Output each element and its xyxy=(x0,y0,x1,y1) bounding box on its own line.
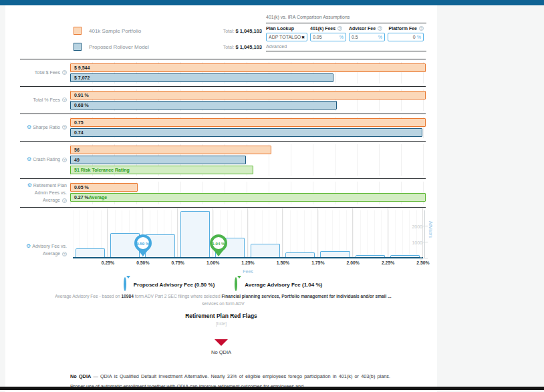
metric-label: ⚙Retirement Plan Admin Fees vs. Average? xyxy=(20,182,70,204)
metric-bar-blue: 0.68 % xyxy=(70,101,337,110)
assumptions-title: 401(k) vs. IRA Comparison Assumptions xyxy=(266,15,426,19)
gear-icon[interactable]: ⚙ xyxy=(26,243,31,249)
assumption-field-platform-fee: Platform Fee?0% xyxy=(388,26,424,41)
field-label-text: Plan Lookup xyxy=(266,26,294,31)
metric-bar-green: 51 Risk Tolerance Rating xyxy=(70,166,253,174)
metric-label: Total % Fees? xyxy=(20,97,70,104)
x-tick-label: 2.50% xyxy=(416,260,429,265)
x-tick-label: 1.25% xyxy=(241,260,254,265)
metric-bar-green: 0.27 % Average xyxy=(70,193,426,202)
red-flag-icon xyxy=(215,339,228,346)
histogram-bar xyxy=(285,252,315,257)
pin-circle: 1.04 % xyxy=(210,234,227,252)
legend-item: Proposed Rollover ModelTotal:$ 1,045,103 xyxy=(74,39,262,55)
percent-suffix: % xyxy=(339,35,344,39)
metric-bar-blue: 0.74 xyxy=(70,128,422,137)
bar-value: 0.75 xyxy=(74,120,84,125)
help-icon[interactable]: ? xyxy=(62,125,67,130)
metric-track: 0.91 %0.68 % xyxy=(70,89,426,111)
metric-label-text: Total $ Fees xyxy=(35,70,60,75)
bar-value: 0.05 % xyxy=(74,185,89,190)
field-label-text: Platform Fee xyxy=(389,26,417,31)
text-segment: No QDIA xyxy=(70,373,91,379)
comparison-assumptions: 401(k) vs. IRA Comparison Assumptions Pl… xyxy=(266,15,426,51)
401k-fees-input[interactable]: 0.05% xyxy=(310,33,346,41)
bar-value: 56 xyxy=(74,148,80,152)
chart-legend-label: Proposed Advisory Fee (0.50 %) xyxy=(134,282,215,288)
text-segment: Average Advisory Fee - based on xyxy=(55,294,121,299)
gear-icon[interactable]: ⚙ xyxy=(27,124,31,130)
portfolio-legend: 401k Sample PortfolioTotal:$ 1,045,103Pr… xyxy=(74,23,262,55)
y-axis-title: Advisors xyxy=(428,221,433,238)
histogram-bar xyxy=(251,244,280,257)
field-label-text: 401(k) Fees xyxy=(310,26,335,31)
bar-value: $ 7,072 xyxy=(74,75,90,80)
legend-swatch xyxy=(74,27,82,35)
help-icon[interactable]: ? xyxy=(378,26,382,31)
divider xyxy=(266,23,426,23)
plan-lookup-label: Plan Lookup xyxy=(266,26,307,31)
red-flag-label: No QDIA xyxy=(5,349,437,355)
advisory-fee-chart-section: ⚙Advisory Fee vs. Average? 0.50 %1.04 % … xyxy=(20,207,426,313)
y-tick-mark xyxy=(423,242,428,242)
histogram-bar xyxy=(356,255,385,257)
legend-total-value: $ 1,045,103 xyxy=(235,44,262,50)
help-icon[interactable]: ? xyxy=(62,252,67,256)
legend-label: Proposed Rollover Model xyxy=(89,44,223,50)
histogram-bar xyxy=(180,211,210,257)
x-tick-label: 1.75% xyxy=(311,260,324,265)
chart-legend-item: Average Advisory Fee (1.04 %) xyxy=(235,278,322,290)
pin-icon-tail xyxy=(237,276,241,290)
legend-swatch xyxy=(74,43,82,51)
help-icon[interactable]: ? xyxy=(419,26,424,31)
plan-lookup-value: ADP TOTALSO xyxy=(269,35,301,39)
help-icon[interactable]: ? xyxy=(62,70,67,75)
pin-tail xyxy=(214,250,223,256)
platform-fee-input[interactable]: 0% xyxy=(388,33,424,41)
advisor-fee-input[interactable]: 0.5% xyxy=(349,33,385,41)
advanced-link[interactable]: Advanced xyxy=(266,44,426,49)
gear-icon[interactable]: ⚙ xyxy=(27,156,31,162)
gear-icon[interactable]: ⚙ xyxy=(27,182,32,188)
pin-icon xyxy=(124,278,130,290)
x-axis-title: Fees xyxy=(73,269,423,274)
help-icon[interactable]: ? xyxy=(62,97,67,102)
pin-circle: 0.50 % xyxy=(134,234,152,252)
metric-bar-orange: $ 9,544 xyxy=(70,63,426,72)
metric-label: ⚙Crash Rating? xyxy=(20,156,70,164)
pin-tail xyxy=(138,250,148,256)
chart-row-label: ⚙Advisory Fee vs. Average? xyxy=(20,242,70,258)
hide-link[interactable]: [hide] xyxy=(5,321,437,326)
metric-track: 564951 Risk Tolerance Rating xyxy=(70,144,426,176)
metric-row: ⚙Sharpe Ratio?0.750.74 xyxy=(20,114,426,141)
x-tick-label: 0.50% xyxy=(136,260,149,265)
plan-lookup-input[interactable]: ADP TOTALSO✖ xyxy=(266,33,307,41)
chart-legend: Proposed Advisory Fee (0.50 %)Average Ad… xyxy=(20,278,426,290)
assumptions-fields: Plan LookupADP TOTALSO✖401(k) Fees?0.05%… xyxy=(266,26,426,41)
assumption-field-401k-fees: 401(k) Fees?0.05% xyxy=(310,26,346,41)
help-icon[interactable]: ? xyxy=(62,158,67,162)
gridline xyxy=(177,208,178,257)
red-flags-title: Retirement Plan Red Flags xyxy=(5,313,437,319)
field-label-text: Advisor Fee xyxy=(349,26,376,31)
legend-total: Total:$ 1,045,103 xyxy=(223,44,262,50)
gridline xyxy=(388,208,388,257)
help-icon[interactable]: ? xyxy=(62,198,67,203)
advisor-fee-label: Advisor Fee? xyxy=(349,26,385,31)
clear-icon[interactable]: ✖ xyxy=(301,35,305,39)
assumption-field-advisor-fee: Advisor Fee?0.5% xyxy=(349,26,385,41)
metric-track: $ 9,544$ 7,072 xyxy=(70,62,426,83)
metric-row: Total % Fees?0.91 %0.68 % xyxy=(20,86,426,114)
x-tick-label: 2.25% xyxy=(382,260,394,265)
help-icon[interactable]: ? xyxy=(337,26,342,31)
x-tick-label: 1.00% xyxy=(207,260,219,265)
pin-value-label: 0.50 % xyxy=(136,241,149,246)
percent-suffix: % xyxy=(417,35,421,39)
bar-value: 0.74 xyxy=(74,130,84,135)
y-tick-mark xyxy=(423,258,428,258)
gridline xyxy=(422,208,423,257)
bottom-bar xyxy=(0,387,544,390)
x-tick-label: 0.25% xyxy=(102,260,114,265)
gridline xyxy=(282,208,283,257)
metric-bar-blue: 49 xyxy=(70,156,246,164)
